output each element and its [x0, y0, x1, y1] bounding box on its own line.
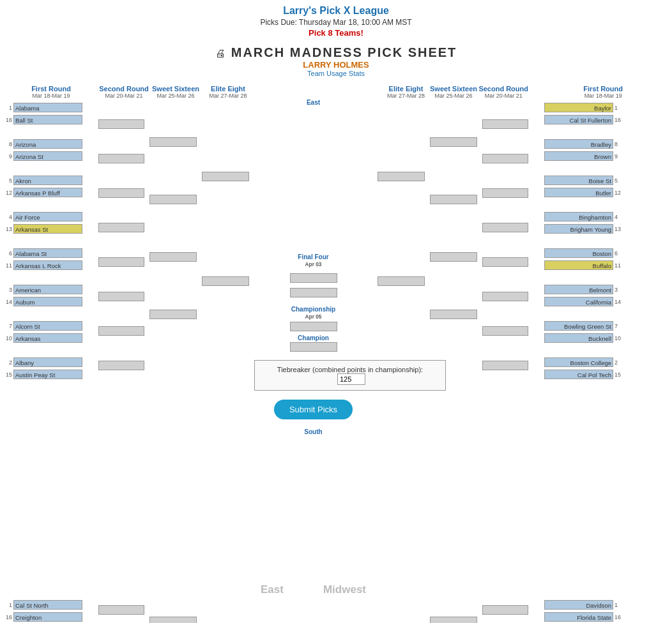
midwest-s16-s1[interactable] [430, 137, 477, 147]
tiebreaker-input[interactable] [337, 373, 365, 385]
midwest-r1-header: First Round Mar 18-Mar 19 [583, 80, 623, 99]
east-team-1[interactable]: Alabama [13, 103, 82, 112]
midwest-team-6[interactable]: Boston [544, 248, 613, 258]
east-team-4[interactable]: Air Force [13, 212, 82, 221]
east-team-6[interactable]: Alabama St [13, 248, 82, 258]
champ-slot[interactable] [290, 322, 337, 331]
east-t4: 4Air Force [4, 211, 98, 222]
west-s16-s1[interactable] [430, 617, 477, 623]
midwest-t7: 7Bowling Green St [544, 320, 623, 331]
east-r2-s6[interactable] [98, 292, 144, 301]
midwest-team-7[interactable]: Bowling Green St [544, 321, 613, 331]
champion-slot[interactable] [290, 342, 337, 352]
east-r2-s1[interactable] [98, 119, 144, 129]
west-t16: 16Florida State [544, 612, 623, 622]
midwest-e8-s1[interactable] [378, 172, 425, 181]
midwest-team-12[interactable]: Butler [544, 188, 613, 197]
east-team-9[interactable]: Arizona St [13, 151, 82, 161]
east-e8-s2[interactable] [202, 276, 249, 286]
midwest-team-5[interactable]: Boise St [544, 176, 613, 185]
east-team-3[interactable]: American [13, 285, 82, 294]
midwest-r2-s1[interactable] [482, 119, 528, 129]
ff-slot-2[interactable] [290, 288, 337, 297]
east-t8: 8Arizona [4, 139, 98, 149]
east-sweet16-col: Sweet Sixteen Mar 25-Mar 26 [149, 80, 202, 582]
midwest-team-8[interactable]: Bradley [544, 139, 613, 149]
east-r2-s5[interactable] [98, 257, 144, 267]
east-r2-s2[interactable] [98, 154, 144, 163]
midwest-team-9[interactable]: Brown [544, 151, 613, 161]
east-team-15[interactable]: Austin Peay St [13, 370, 82, 379]
midwest-team-11[interactable]: Buffalo [544, 260, 613, 270]
midwest-s16-s2[interactable] [430, 195, 477, 204]
midwest-t3: 3Belmont [544, 284, 623, 295]
south-team-16[interactable]: Creighton [13, 612, 82, 622]
east-r2-s4[interactable] [98, 223, 144, 232]
east-r2-s3[interactable] [98, 188, 144, 198]
west-r2-s1[interactable] [482, 605, 528, 615]
west-team-1[interactable]: Davidson [544, 600, 613, 610]
midwest-s16-s4[interactable] [430, 310, 477, 319]
midwest-team-13[interactable]: Brigham Young [544, 224, 613, 234]
east-team-14[interactable]: Auburn [13, 297, 82, 306]
east-e8-s1[interactable] [202, 172, 249, 181]
bracket-main-title: MARCH MADNESS PICK SHEET [231, 45, 457, 59]
midwest-e8-s2[interactable] [378, 276, 425, 286]
east-team-5[interactable]: Akron [13, 176, 82, 185]
midwest-team-1[interactable]: Baylor [544, 103, 613, 112]
east-team-2[interactable]: Albany [13, 357, 82, 367]
east-elite8-col: Elite Eight Mar 27-Mar 28 [202, 80, 254, 582]
midwest-team-3[interactable]: Belmont [544, 285, 613, 294]
east-elite8-header: Elite Eight Mar 27-Mar 28 [202, 80, 254, 99]
east-s16-s2[interactable] [149, 195, 197, 204]
midwest-elite8-col: Elite Eight Mar 27-Mar 28 [372, 80, 425, 582]
midwest-team-16[interactable]: Cal St Fullerton [544, 115, 613, 124]
east-t11: 11Arkansas L Rock [4, 260, 98, 271]
midwest-team-14[interactable]: California [544, 297, 613, 306]
midwest-r2-s4[interactable] [482, 223, 528, 232]
submit-button[interactable]: Submit Picks [274, 400, 353, 419]
west-r1-col: 1Davidson 16Florida State 8Duke 9E Tenne… [528, 599, 623, 623]
south-team-1[interactable]: Cal St North [13, 600, 82, 610]
midwest-r2-s8[interactable] [482, 361, 528, 370]
midwest-r2-s6[interactable] [482, 292, 528, 301]
east-team-7[interactable]: Alcorn St [13, 321, 82, 331]
bracket-title: 🖨 MARCH MADNESS PICK SHEET LARRY HOLMES … [0, 45, 672, 77]
east-s16-s1[interactable] [149, 137, 197, 147]
print-icon[interactable]: 🖨 [215, 48, 225, 59]
midwest-t4: 4Binghamton [544, 211, 623, 222]
south-s16-s1[interactable] [149, 617, 197, 623]
east-team-13[interactable]: Arkansas St [13, 224, 82, 234]
east-team-12[interactable]: Arkansas P Bluff [13, 188, 82, 197]
pick-instruction: Pick 8 Teams! [0, 28, 672, 38]
east-team-11[interactable]: Arkansas L Rock [13, 260, 82, 270]
midwest-team-15[interactable]: Cal Pol Tech [544, 370, 613, 379]
east-s16-s3[interactable] [149, 252, 197, 262]
midwest-r2-s3[interactable] [482, 188, 528, 198]
midwest-r2-s7[interactable] [482, 326, 528, 336]
east-r2-s7[interactable] [98, 326, 144, 336]
south-r2-s1[interactable] [98, 605, 144, 615]
east-t16: 16Ball St [4, 114, 98, 125]
east-t5: 5Akron [4, 175, 98, 186]
west-r2-col [477, 599, 528, 623]
top-half: First Round Mar 18-Mar 19 1Alabama 16Bal… [4, 80, 668, 582]
champion-header: Champion [298, 334, 329, 342]
midwest-team-2[interactable]: Boston College [544, 357, 613, 367]
midwest-team-4[interactable]: Binghamton [544, 212, 613, 221]
midwest-t16: 16Cal St Fullerton [544, 114, 623, 125]
midwest-s16-s3[interactable] [430, 252, 477, 262]
south-r1-col: 1Cal St North 16Creighton 8Cleveland St … [4, 599, 98, 623]
east-s16-s4[interactable] [149, 310, 197, 319]
east-t15: 15Austin Peay St [4, 369, 98, 380]
east-team-10[interactable]: Arkansas [13, 333, 82, 343]
east-r2-s8[interactable] [98, 361, 144, 370]
east-team-16[interactable]: Ball St [13, 115, 82, 124]
ff-slot-1[interactable] [290, 273, 337, 283]
midwest-team-10[interactable]: Bucknell [544, 333, 613, 343]
east-team-8[interactable]: Arizona [13, 139, 82, 149]
midwest-r2-s5[interactable] [482, 257, 528, 267]
midwest-r2-s2[interactable] [482, 154, 528, 163]
west-team-16[interactable]: Florida State [544, 612, 613, 622]
team-usage-link[interactable]: Team Usage Stats [307, 70, 365, 77]
